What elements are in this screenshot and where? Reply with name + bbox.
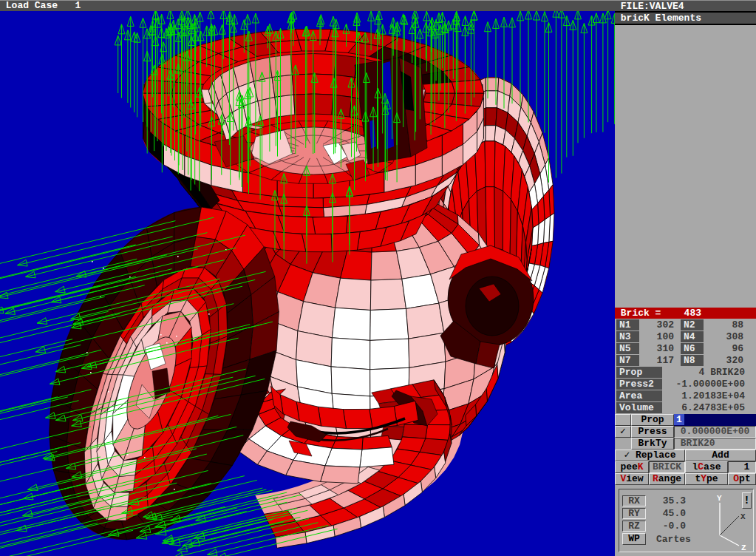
svg-text:Y: Y xyxy=(717,494,722,503)
svg-text:Z: Z xyxy=(741,543,746,550)
svg-text:X: X xyxy=(740,512,746,521)
